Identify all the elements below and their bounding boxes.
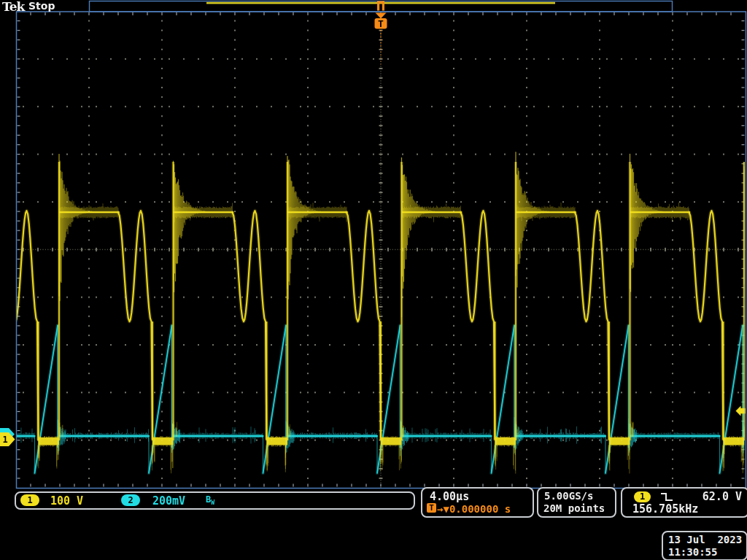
trigger-position-value: 0.000000 s <box>449 503 511 515</box>
oscilloscope-screen: Tek Stop 1 100 V 2 200mV BW 4.00µs T→▼0.… <box>0 0 747 560</box>
record-length-readout: 20M points <box>543 502 605 514</box>
trigger-level-readout: 62.0 V <box>703 490 742 503</box>
horizontal-scale-readout: 4.00µs <box>430 490 469 503</box>
graticule-waveform-canvas[interactable] <box>0 0 747 560</box>
acquisition-status: Stop <box>28 0 55 12</box>
trigger-symbol-chip: T <box>427 503 436 513</box>
trigger-frequency-readout: 156.705kHz <box>632 502 698 516</box>
date-readout: 13 Jul 2023 <box>668 534 742 545</box>
tek-logo: Tek <box>2 0 24 14</box>
trigger-position-readout: T→▼0.000000 s <box>427 503 511 515</box>
horizontal-readout-box[interactable]: 4.00µs T→▼0.000000 s <box>421 487 534 518</box>
trigger-source-badge[interactable]: 1 <box>634 491 651 502</box>
falling-edge-slope-icon <box>660 491 673 502</box>
ch1-badge[interactable]: 1 <box>20 494 39 506</box>
acquisition-readout-box[interactable]: 5.00GS/s 20M points <box>537 487 616 518</box>
trigger-marker-icon: ▼ <box>443 503 449 515</box>
time-readout: 11:30:55 <box>668 546 717 558</box>
ch1-scale-readout: 100 V <box>50 494 83 508</box>
ch2-scale-readout: 200mV <box>152 494 185 508</box>
trigger-readout-box[interactable]: 1 62.0 V 156.705kHz <box>621 487 747 518</box>
ch2-bandwidth-limit-icon: BW <box>206 494 214 506</box>
sample-rate-readout: 5.00GS/s <box>544 490 593 502</box>
datetime-box: 13 Jul 2023 11:30:55 <box>662 531 747 560</box>
ch2-badge[interactable]: 2 <box>121 494 140 506</box>
channel-readouts-box[interactable]: 1 100 V 2 200mV BW <box>15 491 415 510</box>
